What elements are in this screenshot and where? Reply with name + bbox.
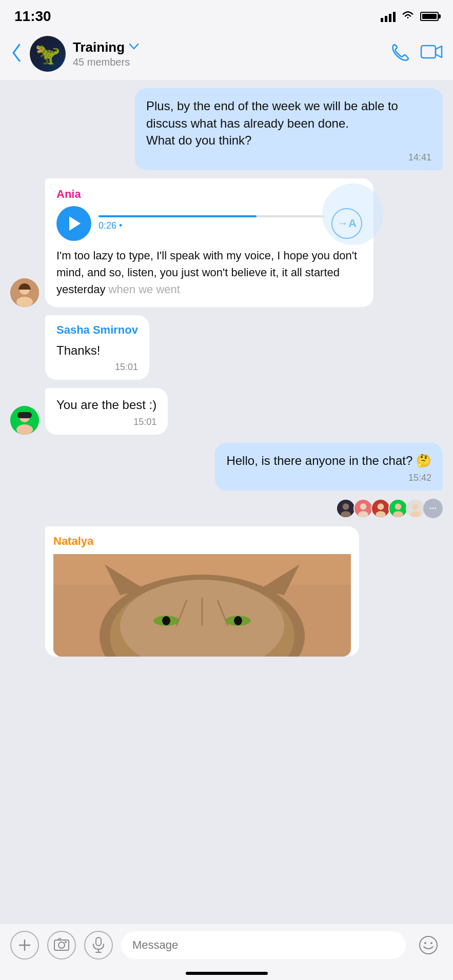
voice-row: 0:26 • →A <box>56 206 362 241</box>
reaction-avatar-2 <box>353 499 373 518</box>
reaction-avatar-1 <box>336 499 356 518</box>
reaction-more[interactable]: ··· <box>423 499 443 518</box>
natalya-bubble: Natalya <box>45 526 359 657</box>
chevron-down-icon[interactable] <box>129 42 139 53</box>
svg-point-15 <box>378 503 384 510</box>
add-button[interactable] <box>10 931 39 959</box>
message-input[interactable] <box>121 931 406 959</box>
voice-transcript: I'm too lazy to type, I'll speak with my… <box>56 247 362 298</box>
svg-rect-42 <box>96 937 101 946</box>
emoji-button[interactable] <box>414 931 443 959</box>
group-avatar: 🦖 <box>30 36 66 72</box>
svg-point-22 <box>410 511 421 518</box>
sasha-msg-1: Sasha Smirnov Thanks! 15:01 <box>45 315 149 380</box>
chat-area: Plus, by the end of the week we will be … <box>0 80 453 734</box>
message-ania-voice: Ania 0:26 • →A I'm too lazy to type, I'l… <box>10 178 443 307</box>
svg-rect-0 <box>421 46 436 58</box>
svg-point-3 <box>16 297 33 307</box>
reaction-avatars: ··· <box>336 499 443 518</box>
status-icons <box>381 9 439 24</box>
message-sasha-2: You are the best :) 15:01 <box>10 388 443 435</box>
chat-header: 🦖 Training 45 members <box>0 31 453 80</box>
wifi-icon <box>401 9 415 24</box>
sasha-time-2: 15:01 <box>56 417 156 427</box>
header-actions <box>390 42 443 66</box>
home-indicator <box>186 972 268 975</box>
photo-button[interactable] <box>47 931 76 959</box>
svg-point-40 <box>58 942 65 948</box>
voice-duration: 0:26 • <box>99 220 324 231</box>
svg-point-12 <box>360 503 367 510</box>
video-button[interactable] <box>420 43 443 65</box>
natalya-image[interactable] <box>53 554 351 657</box>
svg-point-13 <box>358 511 368 518</box>
sasha-text-2: You are the best :) <box>56 396 156 414</box>
message-natalya: Natalya <box>10 526 443 657</box>
sasha-messages: Sasha Smirnov Thanks! 15:01 <box>45 315 149 380</box>
back-button[interactable] <box>10 43 23 66</box>
play-button[interactable] <box>56 206 91 241</box>
chat-text: Hello, is there anyone in the chat? 🤔 <box>226 452 431 469</box>
message-sasha-block: Sasha Smirnov Thanks! 15:01 <box>10 315 443 380</box>
bg-avatar-decoration <box>322 183 384 245</box>
status-bar: 11:30 <box>0 0 453 31</box>
message-text: Plus, by the end of the week we will be … <box>146 97 431 149</box>
chat-time: 15:42 <box>226 473 431 483</box>
signal-icon <box>381 11 396 22</box>
sasha-bubble-2: You are the best :) 15:01 <box>45 388 168 435</box>
sasha-avatar <box>10 406 39 435</box>
svg-point-6 <box>16 424 33 435</box>
sender-name-sasha: Sasha Smirnov <box>56 323 138 337</box>
svg-point-21 <box>412 503 419 510</box>
call-button[interactable] <box>390 42 410 66</box>
message-outgoing-1: Plus, by the end of the week we will be … <box>10 88 443 170</box>
voice-bubble: Ania 0:26 • →A I'm too lazy to type, I'l… <box>45 178 373 307</box>
message-outgoing-chat: Hello, is there anyone in the chat? 🤔 15… <box>10 443 443 518</box>
svg-point-10 <box>341 511 351 518</box>
ania-avatar <box>10 278 39 307</box>
mic-button[interactable] <box>84 931 113 959</box>
reaction-avatar-5 <box>406 499 425 518</box>
svg-point-18 <box>395 503 402 510</box>
reaction-avatar-4 <box>388 499 408 518</box>
svg-point-41 <box>65 941 67 943</box>
svg-rect-7 <box>17 412 32 418</box>
chat-info: Training 45 members <box>73 39 383 68</box>
reaction-avatar-3 <box>371 499 390 518</box>
svg-point-9 <box>343 503 349 510</box>
svg-point-16 <box>376 511 386 518</box>
bubble-outgoing: Plus, by the end of the week we will be … <box>135 88 443 170</box>
chat-name[interactable]: Training <box>73 39 125 55</box>
svg-point-36 <box>234 616 242 625</box>
voice-progress: 0:26 • <box>99 215 324 231</box>
sender-name-natalya: Natalya <box>53 535 351 548</box>
battery-icon <box>420 12 439 21</box>
chat-bubble-outgoing: Hello, is there anyone in the chat? 🤔 15… <box>215 443 443 491</box>
svg-point-47 <box>430 942 432 944</box>
svg-point-46 <box>424 942 426 944</box>
svg-point-35 <box>162 616 170 625</box>
message-time: 14:41 <box>146 152 431 163</box>
svg-point-19 <box>393 511 403 518</box>
status-time: 11:30 <box>14 8 51 25</box>
svg-point-45 <box>420 936 437 954</box>
sasha-time-1: 15:01 <box>56 362 138 373</box>
sender-name-ania: Ania <box>56 188 362 201</box>
sasha-text-1: Thanks! <box>56 342 138 359</box>
members-count: 45 members <box>73 56 383 68</box>
